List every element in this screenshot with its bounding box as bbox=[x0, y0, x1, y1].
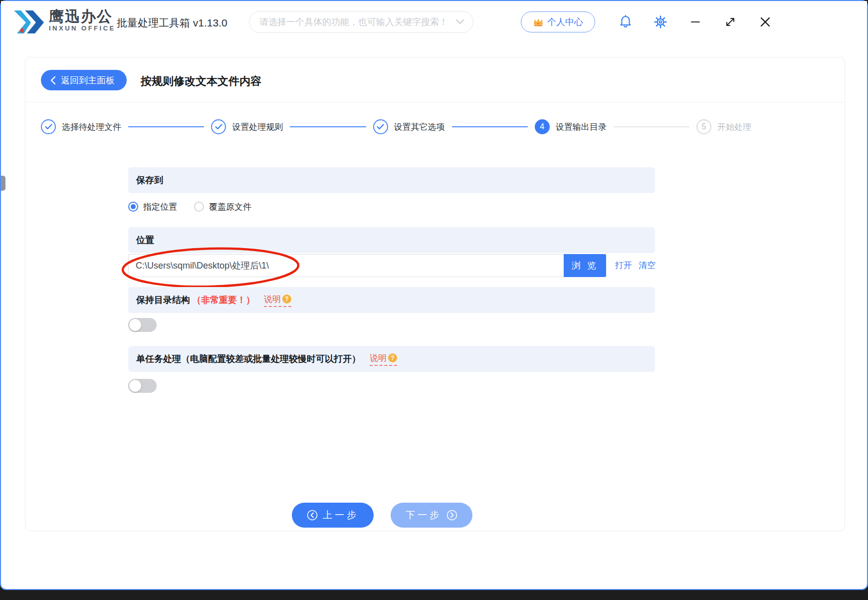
step-label: 设置处理规则 bbox=[232, 121, 283, 133]
inxun-logo-icon bbox=[13, 7, 45, 36]
single-task-header: 单任务处理（电脑配置较差或批量处理较慢时可以打开） 说明 ? bbox=[128, 346, 655, 372]
location-header: 位置 bbox=[128, 227, 655, 253]
app-title: 批量处理工具箱 v1.13.0 bbox=[117, 16, 227, 30]
back-to-dashboard-button[interactable]: 返回到主面板 bbox=[41, 70, 127, 90]
question-badge-icon: ? bbox=[282, 295, 291, 303]
save-to-header: 保存到 bbox=[128, 167, 655, 193]
toggle-knob bbox=[129, 319, 141, 331]
question-badge-icon: ? bbox=[388, 353, 397, 362]
step-label: 选择待处理文件 bbox=[62, 121, 121, 133]
step-number: 4 bbox=[535, 119, 550, 134]
function-search-box[interactable] bbox=[249, 11, 473, 33]
expand-icon bbox=[724, 16, 736, 28]
step-select-files: 选择待处理文件 bbox=[41, 119, 121, 134]
single-task-title: 单任务处理（电脑配置较差或批量处理较慢时可以打开） bbox=[136, 353, 361, 365]
radio-label: 指定位置 bbox=[143, 201, 177, 213]
toggle-knob bbox=[129, 380, 141, 392]
step-done-icon bbox=[41, 119, 56, 134]
step-connector bbox=[128, 126, 204, 127]
help-label: 说明 bbox=[264, 294, 281, 305]
brand-name-en: INXUN OFFICE bbox=[49, 24, 116, 32]
close-icon bbox=[760, 16, 771, 27]
step-label: 设置输出目录 bbox=[556, 121, 607, 133]
step-other-options: 设置其它选项 bbox=[373, 119, 445, 134]
app-window: 鹰迅办公 INXUN OFFICE 批量处理工具箱 v1.13.0 个人中心 bbox=[0, 0, 868, 590]
function-search-input[interactable] bbox=[259, 17, 456, 27]
wizard-stepper: 选择待处理文件 设置处理规则 设置其它选项 4 设置输出目录 5 开始处理 bbox=[41, 116, 751, 138]
gear-icon bbox=[654, 15, 667, 28]
user-center-button[interactable]: 个人中心 bbox=[521, 11, 595, 32]
single-task-toggle[interactable] bbox=[128, 379, 157, 393]
step-done-icon bbox=[211, 119, 226, 134]
location-header-label: 位置 bbox=[136, 234, 154, 246]
keep-structure-header: 保持目录结构 （非常重要！） 说明 ? bbox=[128, 287, 655, 313]
help-label: 说明 bbox=[370, 352, 387, 364]
step-label: 开始处理 bbox=[717, 121, 751, 133]
step-number: 5 bbox=[696, 119, 711, 134]
open-folder-link[interactable]: 打开 bbox=[615, 260, 632, 271]
radio-unselected-icon bbox=[194, 202, 204, 212]
step-connector bbox=[290, 126, 366, 127]
browse-button[interactable]: 浏 览 bbox=[564, 254, 606, 277]
brand-text: 鹰迅办公 INXUN OFFICE bbox=[49, 8, 116, 32]
top-bar: 鹰迅办公 INXUN OFFICE 批量处理工具箱 v1.13.0 个人中心 bbox=[1, 1, 867, 43]
step-connector bbox=[614, 126, 689, 127]
keep-structure-warning: （非常重要！） bbox=[192, 294, 255, 306]
chevron-down-icon bbox=[456, 19, 464, 24]
clear-path-link[interactable]: 清空 bbox=[639, 260, 655, 271]
minimize-icon bbox=[691, 21, 700, 23]
settings-button[interactable] bbox=[653, 15, 667, 29]
step-connector bbox=[452, 126, 528, 127]
circle-arrow-right-icon bbox=[446, 510, 457, 521]
previous-step-button[interactable]: 上一步 bbox=[292, 503, 374, 528]
step-done-icon bbox=[373, 119, 388, 134]
user-center-label: 个人中心 bbox=[547, 16, 583, 28]
step-set-rules: 设置处理规则 bbox=[211, 119, 283, 134]
radio-selected-icon bbox=[128, 202, 138, 212]
save-to-options: 指定位置 覆盖原文件 bbox=[128, 199, 251, 214]
keep-structure-title: 保持目录结构 bbox=[136, 294, 190, 306]
bell-icon bbox=[620, 15, 632, 29]
crown-icon bbox=[533, 17, 544, 26]
single-task-help-link[interactable]: 说明 ? bbox=[370, 352, 397, 366]
back-label: 返回到主面板 bbox=[61, 74, 115, 86]
header-divider bbox=[25, 102, 845, 102]
radio-specified-location[interactable]: 指定位置 bbox=[128, 201, 177, 213]
maximize-button[interactable] bbox=[723, 15, 737, 29]
notifications-button[interactable] bbox=[619, 14, 633, 30]
step-start-processing: 5 开始处理 bbox=[696, 119, 751, 134]
save-to-header-label: 保存到 bbox=[136, 174, 163, 186]
previous-step-label: 上一步 bbox=[323, 509, 359, 522]
close-button[interactable] bbox=[758, 15, 772, 29]
radio-label: 覆盖原文件 bbox=[209, 201, 251, 213]
page-title: 按规则修改文本文件内容 bbox=[141, 74, 261, 89]
step-label: 设置其它选项 bbox=[394, 121, 445, 133]
radio-overwrite-original[interactable]: 覆盖原文件 bbox=[194, 201, 251, 213]
step-output-directory: 4 设置输出目录 bbox=[535, 119, 607, 134]
next-step-label: 下一步 bbox=[406, 509, 441, 522]
keep-structure-help-link[interactable]: 说明 ? bbox=[264, 294, 291, 307]
brand-name-cn: 鹰迅办公 bbox=[49, 8, 116, 24]
keep-structure-toggle[interactable] bbox=[128, 318, 157, 332]
chevron-left-icon bbox=[50, 76, 56, 85]
next-step-button[interactable]: 下一步 bbox=[391, 503, 472, 528]
output-path-input[interactable] bbox=[128, 254, 564, 277]
circle-arrow-left-icon bbox=[307, 510, 318, 521]
minimize-button[interactable] bbox=[688, 16, 702, 28]
left-edge-handle[interactable] bbox=[1, 176, 5, 191]
